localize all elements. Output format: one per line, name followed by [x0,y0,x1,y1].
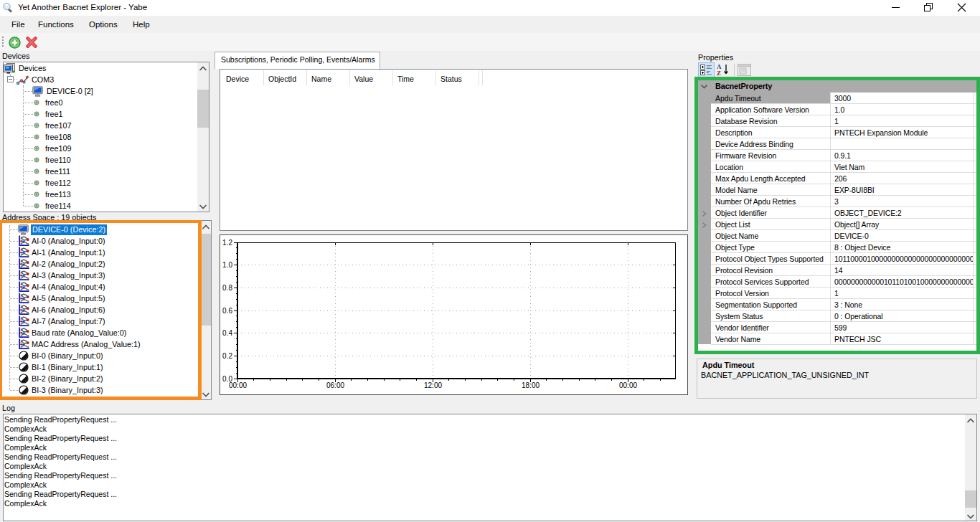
svg-text:06:00: 06:00 [326,381,344,389]
svg-text:1.2: 1.2 [222,239,232,247]
svg-text:18:00: 18:00 [522,381,540,389]
svg-text:0.8: 0.8 [222,284,232,292]
svg-text:00:00: 00:00 [619,381,637,389]
svg-text:12:00: 12:00 [424,381,442,389]
svg-text:0.6: 0.6 [222,307,232,315]
svg-text:Z: Z [717,70,721,77]
svg-text:0.2: 0.2 [222,352,232,360]
svg-text:0.4: 0.4 [222,329,232,337]
svg-text:1.0: 1.0 [222,261,232,269]
svg-text:00:00: 00:00 [229,381,247,389]
